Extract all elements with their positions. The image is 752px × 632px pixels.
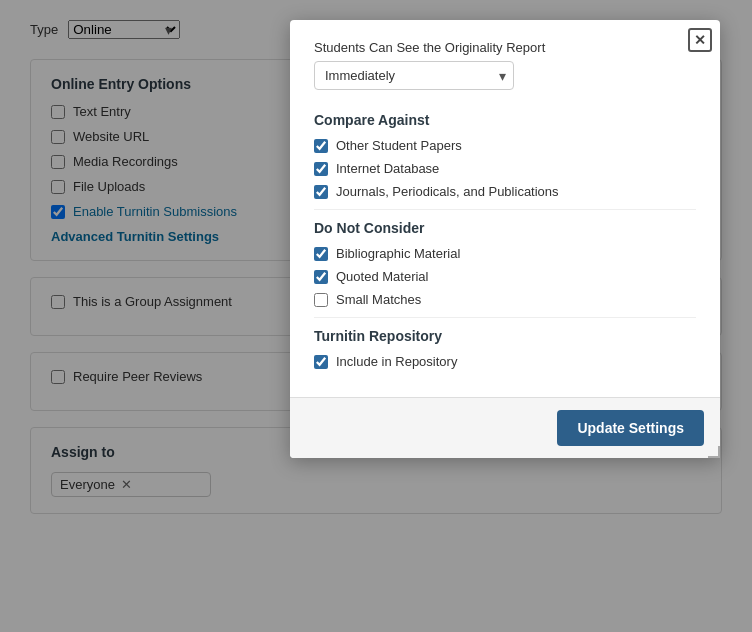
turnitin-settings-modal: ✕ Students Can See the Originality Repor…: [290, 20, 720, 458]
include-repo-checkbox[interactable]: [314, 355, 328, 369]
modal-resize-handle[interactable]: [708, 446, 720, 458]
journals-label: Journals, Periodicals, and Publications: [336, 184, 559, 199]
quoted-row: Quoted Material: [314, 269, 696, 284]
originality-report-select[interactable]: Immediately After Due Date After Grading…: [314, 61, 514, 90]
small-matches-checkbox[interactable]: [314, 293, 328, 307]
modal-footer: Update Settings: [290, 397, 720, 458]
turnitin-repository-title: Turnitin Repository: [314, 328, 696, 344]
originality-report-label: Students Can See the Originality Report: [314, 40, 696, 55]
do-not-consider-title: Do Not Consider: [314, 220, 696, 236]
bibliographic-label: Bibliographic Material: [336, 246, 460, 261]
quoted-label: Quoted Material: [336, 269, 429, 284]
include-repo-row: Include in Repository: [314, 354, 696, 369]
bibliographic-checkbox[interactable]: [314, 247, 328, 261]
small-matches-row: Small Matches: [314, 292, 696, 307]
other-student-row: Other Student Papers: [314, 138, 696, 153]
other-student-checkbox[interactable]: [314, 139, 328, 153]
modal-close-button[interactable]: ✕: [688, 28, 712, 52]
bibliographic-row: Bibliographic Material: [314, 246, 696, 261]
internet-db-label: Internet Database: [336, 161, 439, 176]
modal-body: Students Can See the Originality Report …: [290, 20, 720, 397]
internet-db-row: Internet Database: [314, 161, 696, 176]
include-repo-label: Include in Repository: [336, 354, 457, 369]
other-student-label: Other Student Papers: [336, 138, 462, 153]
quoted-checkbox[interactable]: [314, 270, 328, 284]
journals-checkbox[interactable]: [314, 185, 328, 199]
journals-row: Journals, Periodicals, and Publications: [314, 184, 696, 199]
internet-db-checkbox[interactable]: [314, 162, 328, 176]
compare-against-title: Compare Against: [314, 112, 696, 128]
update-settings-button[interactable]: Update Settings: [557, 410, 704, 446]
small-matches-label: Small Matches: [336, 292, 421, 307]
originality-report-select-wrapper[interactable]: Immediately After Due Date After Grading…: [314, 61, 514, 90]
